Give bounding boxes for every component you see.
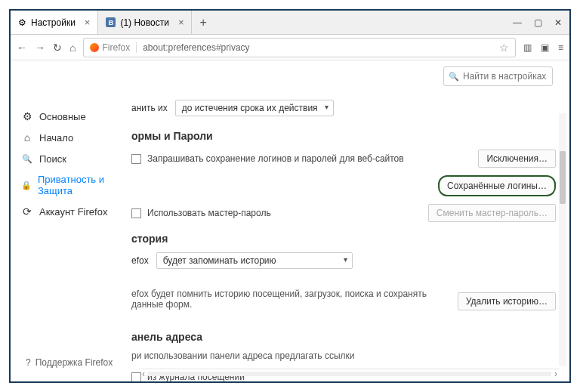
tab-label: (1) Новости: [120, 17, 168, 28]
tab-news[interactable]: (1) Новости ×: [98, 11, 192, 34]
master-password-label: Использовать мастер-пароль: [147, 208, 271, 218]
window-controls: — ▢ ✕: [513, 17, 569, 28]
help-icon: ?: [26, 357, 31, 368]
sidebar-item-label: Основные: [39, 111, 86, 122]
exceptions-button[interactable]: Исключения…: [478, 150, 556, 168]
sync-icon: [21, 205, 33, 218]
master-password-row: Использовать мастер-пароль Сменить масте…: [131, 204, 556, 222]
firefox-window: Настройки × (1) Новости × + — ▢ ✕ ← → ↻ …: [9, 9, 571, 383]
vk-icon: [106, 17, 116, 27]
maximize-button[interactable]: ▢: [534, 17, 542, 28]
tab-label: Настройки: [31, 17, 76, 28]
sidebar-item-label: Начало: [39, 132, 73, 144]
sidebar-item-label: Аккаунт Firefox: [39, 206, 107, 218]
tab-settings[interactable]: Настройки ×: [11, 11, 98, 34]
toolbar-right: ▥ ▣ ≡: [523, 42, 563, 53]
identity-box: Firefox: [90, 42, 137, 53]
close-icon[interactable]: ×: [178, 17, 184, 28]
content-area: Основные Начало Поиск Приватность и Защи…: [11, 60, 569, 381]
reload-button[interactable]: ↻: [53, 42, 62, 54]
support-label: Поддержка Firefox: [35, 357, 113, 368]
forward-button[interactable]: →: [35, 42, 45, 54]
search-icon: [21, 153, 33, 165]
keep-cookies-row: анить их до истечения срока их действия: [131, 100, 556, 116]
library-icon[interactable]: ▥: [523, 42, 532, 53]
sidebar-item-home[interactable]: Начало: [18, 127, 131, 148]
vertical-scrollbar[interactable]: [559, 113, 566, 366]
preferences-sidebar: Основные Начало Поиск Приватность и Защи…: [11, 60, 131, 381]
preferences-content: анить их до истечения срока их действия …: [131, 60, 569, 381]
back-button[interactable]: ←: [17, 42, 27, 54]
section-address-bar: анель адреса: [131, 331, 556, 343]
menu-button[interactable]: ≡: [558, 42, 563, 53]
sidebar-item-label: Поиск: [39, 153, 66, 165]
sidebar-item-privacy[interactable]: Приватность и Защита: [18, 169, 131, 201]
close-window-button[interactable]: ✕: [554, 17, 562, 28]
history-description: efox будет помнить историю посещений, за…: [131, 289, 452, 310]
lock-icon: [21, 179, 32, 191]
saved-logins-row: Сохранённые логины…: [131, 175, 556, 196]
support-link[interactable]: ? Поддержка Firefox: [26, 357, 113, 368]
sidebar-item-general[interactable]: Основные: [18, 106, 131, 127]
ask-save-logins-label: Запрашивать сохранение логинов и паролей…: [147, 153, 404, 164]
gear-icon: [18, 17, 26, 28]
horizontal-scrollbar[interactable]: ‹›: [139, 369, 560, 378]
find-in-settings[interactable]: [443, 66, 553, 86]
gear-icon: [21, 110, 33, 122]
sidebar-item-label: Приватность и Защита: [38, 174, 128, 196]
keep-cookies-dropdown[interactable]: до истечения срока их действия: [175, 100, 334, 116]
sidebar-item-search[interactable]: Поиск: [18, 148, 131, 169]
section-forms-passwords: ормы и Пароли: [131, 130, 556, 142]
url-text: about:preferences#privacy: [143, 42, 493, 53]
toolbar: ← → ↻ ⌂ Firefox about:preferences#privac…: [11, 35, 569, 60]
minimize-button[interactable]: —: [513, 17, 522, 28]
bookmark-star-icon[interactable]: ☆: [499, 42, 509, 54]
ask-save-logins-checkbox[interactable]: [131, 154, 141, 164]
url-bar[interactable]: Firefox about:preferences#privacy ☆: [83, 38, 516, 57]
history-mode-dropdown[interactable]: будет запоминать историю: [156, 252, 353, 269]
find-input[interactable]: [463, 71, 548, 82]
home-icon: [21, 131, 33, 144]
search-icon: [449, 71, 459, 82]
history-mode-row: efox будет запоминать историю: [131, 252, 556, 269]
new-tab-button[interactable]: +: [192, 16, 214, 29]
master-password-checkbox[interactable]: [131, 208, 141, 218]
home-button[interactable]: ⌂: [69, 42, 76, 54]
change-master-password-button: Сменить мастер-пароль…: [428, 204, 556, 222]
section-history: стория: [131, 233, 556, 245]
history-desc-row: efox будет помнить историю посещений, за…: [131, 282, 556, 320]
scrollbar-thumb[interactable]: [560, 151, 566, 204]
saved-logins-button[interactable]: Сохранённые логины…: [438, 175, 556, 196]
tab-bar: Настройки × (1) Новости × + — ▢ ✕: [11, 11, 569, 35]
clear-history-button[interactable]: Удалить историю…: [458, 292, 556, 310]
firefox-logo-icon: [90, 43, 99, 52]
keep-cookies-label: анить их: [131, 103, 168, 113]
close-icon[interactable]: ×: [85, 17, 91, 28]
history-mode-prefix: efox: [131, 255, 149, 266]
sidebar-item-account[interactable]: Аккаунт Firefox: [18, 201, 131, 222]
address-bar-description: ри использовании панели адреса предлагат…: [131, 350, 556, 361]
ask-save-logins-row: Запрашивать сохранение логинов и паролей…: [131, 150, 556, 168]
sidebar-icon[interactable]: ▣: [541, 42, 549, 53]
